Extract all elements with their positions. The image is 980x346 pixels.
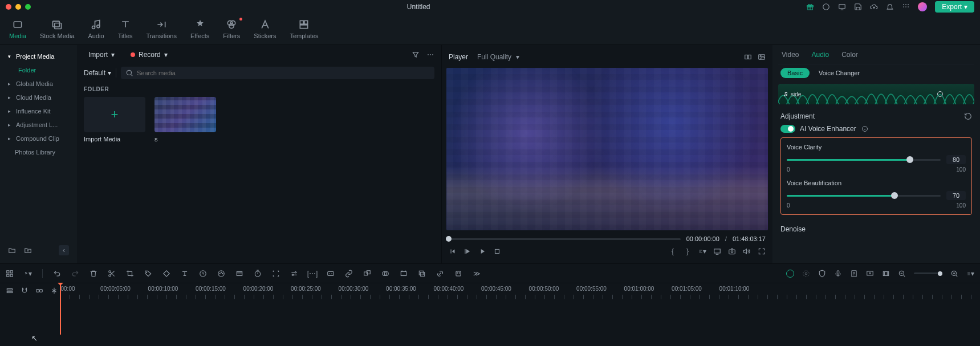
play-pause-icon[interactable] [463,247,471,255]
freeze-icon[interactable] [235,270,243,278]
timer-icon[interactable] [254,270,262,278]
waveform-handle[interactable] [937,91,943,97]
shield-icon[interactable] [818,270,826,278]
reset-icon[interactable] [964,112,972,120]
sidebar-item-influence-kit[interactable]: ▸Influence Kit [2,104,75,118]
progress-circle-icon[interactable] [822,3,830,11]
bracket-icon[interactable]: [⋯] [308,270,316,278]
speed-icon[interactable] [199,270,207,278]
mask-icon[interactable] [381,270,389,278]
voice-clarity-slider[interactable] [787,159,941,161]
pointer-icon[interactable]: ▾ [24,270,32,278]
cloud-upload-icon[interactable] [870,3,878,11]
search-input[interactable] [121,67,434,79]
voice-beautification-value[interactable]: 70 [946,191,966,200]
snapshot-icon[interactable] [728,247,736,255]
scrub-bar[interactable] [449,238,681,240]
link-track-icon[interactable] [35,287,43,295]
tab-effects[interactable]: Effects [190,19,209,39]
new-folder-icon[interactable] [8,246,16,254]
detect-icon[interactable] [272,270,280,278]
avatar[interactable] [918,2,927,11]
filter-icon[interactable] [412,51,420,59]
track-options-icon[interactable]: ▾ [966,270,974,278]
maximize-window[interactable] [25,4,31,10]
tab-media[interactable]: Media [9,19,26,39]
sort-select[interactable]: Default ▾ [84,69,111,77]
stop-icon[interactable] [493,247,501,255]
mark-out-icon[interactable]: } [684,247,692,255]
minimize-window[interactable] [15,4,21,10]
subtab-basic[interactable]: Basic [780,68,810,78]
layout-icon[interactable] [6,270,14,278]
import-media-card[interactable]: + Import Media [84,97,145,143]
video-preview[interactable] [446,68,768,230]
mark-in-icon[interactable]: { [669,247,677,255]
media-clip[interactable]: s [154,97,216,143]
compare-view-icon[interactable] [744,53,752,61]
sidebar-item-folder[interactable]: Folder [2,63,75,77]
record-button[interactable]: Record ▾ [126,48,172,61]
render-icon[interactable] [400,270,408,278]
play-icon[interactable] [478,247,486,255]
sidebar-item-project-media[interactable]: ▾Project Media [2,50,75,63]
search-field[interactable] [137,70,430,76]
tab-stock-media[interactable]: Stock Media [40,19,75,39]
tab-titles[interactable]: Titles [118,19,133,39]
scrub-handle[interactable] [446,236,452,242]
gift-icon[interactable] [806,3,814,11]
tab-stickers[interactable]: Stickers [254,19,276,39]
crop-icon[interactable] [126,270,134,278]
tab-audio[interactable]: Audio [88,19,104,39]
split-icon[interactable] [108,270,116,278]
ai-tools-icon[interactable] [454,270,462,278]
caption-icon[interactable] [327,270,335,278]
color-icon[interactable] [217,270,225,278]
delete-icon[interactable] [90,270,97,278]
unlink-icon[interactable] [436,270,444,278]
text-icon[interactable] [181,270,189,278]
undo-icon[interactable] [53,270,61,278]
tab-audio[interactable]: Audio [811,51,829,59]
sidebar-item-compound-clip[interactable]: ▸Compound Clip [2,132,75,145]
voice-clarity-value[interactable]: 80 [946,155,966,164]
volume-icon[interactable] [743,247,751,255]
collapse-sidebar[interactable]: ‹ [59,245,69,255]
tab-filters[interactable]: Filters [223,19,240,39]
mic-icon[interactable] [834,270,842,278]
notes-icon[interactable] [850,270,858,278]
ai-voice-enhancer-toggle[interactable] [780,125,795,133]
import-button[interactable]: Import ▾ [84,48,119,61]
ratio-icon[interactable]: ▾ [698,247,706,255]
tag-icon[interactable] [144,270,152,278]
sidebar-item-photos-library[interactable]: Photos Library [2,145,75,159]
more-icon[interactable]: ⋯ [426,51,434,59]
marker-tool-icon[interactable] [802,270,810,278]
save-icon[interactable] [854,3,862,11]
waveform[interactable]: side [778,84,974,104]
fullscreen-icon[interactable] [758,247,766,255]
sidebar-item-adjustment-layer[interactable]: ▸Adjustment L... [2,118,75,132]
new-bin-icon[interactable] [24,246,32,254]
zoom-slider[interactable] [914,272,942,274]
export-clip-icon[interactable] [418,270,426,278]
subtab-voice-changer[interactable]: Voice Changer [819,70,860,76]
voice-beautification-slider[interactable] [787,195,941,197]
quality-select[interactable]: Full Quality ▾ [477,53,519,61]
timeline-ruler[interactable]: 00:0000:00:05:0000:00:10:0000:00:15:0000… [60,283,980,346]
track-add-icon[interactable] [6,287,14,295]
adjust-icon[interactable] [290,270,298,278]
display-icon[interactable] [713,247,721,255]
export-button[interactable]: Export ▾ [935,1,974,13]
sidebar-item-global-media[interactable]: ▸Global Media [2,77,75,91]
zoom-out-icon[interactable] [898,270,906,278]
playhead[interactable] [60,283,61,335]
record-indicator[interactable] [786,270,794,278]
sidebar-item-cloud-media[interactable]: ▸Cloud Media [2,91,75,104]
info-icon[interactable] [861,125,869,133]
more-tools-icon[interactable]: ≫ [473,270,481,278]
bell-icon[interactable] [886,3,894,11]
prev-frame-icon[interactable] [449,247,457,255]
screen-icon[interactable] [838,3,846,11]
tab-video[interactable]: Video [782,51,799,59]
